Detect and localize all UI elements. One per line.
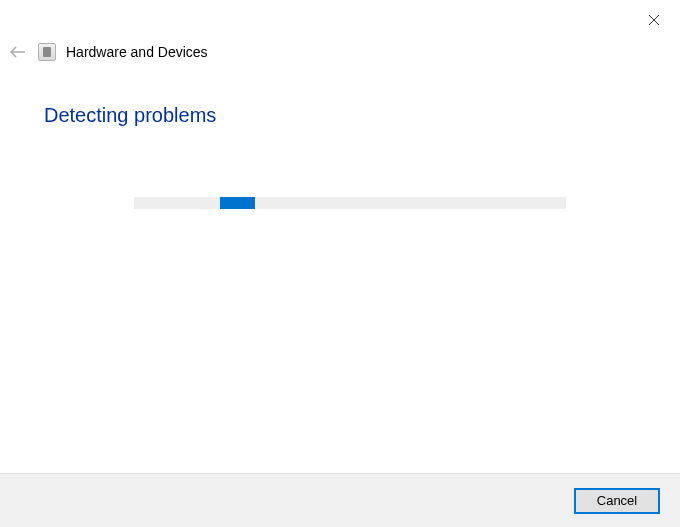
back-arrow-icon [10, 46, 26, 58]
page-heading: Detecting problems [44, 104, 216, 127]
progress-indicator [220, 197, 255, 209]
footer: Cancel [0, 473, 680, 527]
back-button [8, 42, 28, 62]
troubleshooter-icon [38, 43, 56, 61]
close-button[interactable] [640, 6, 668, 34]
window-title: Hardware and Devices [66, 44, 208, 60]
progress-bar [134, 197, 566, 209]
cancel-button[interactable]: Cancel [574, 488, 660, 514]
close-icon [648, 14, 660, 26]
header: Hardware and Devices [8, 42, 208, 62]
